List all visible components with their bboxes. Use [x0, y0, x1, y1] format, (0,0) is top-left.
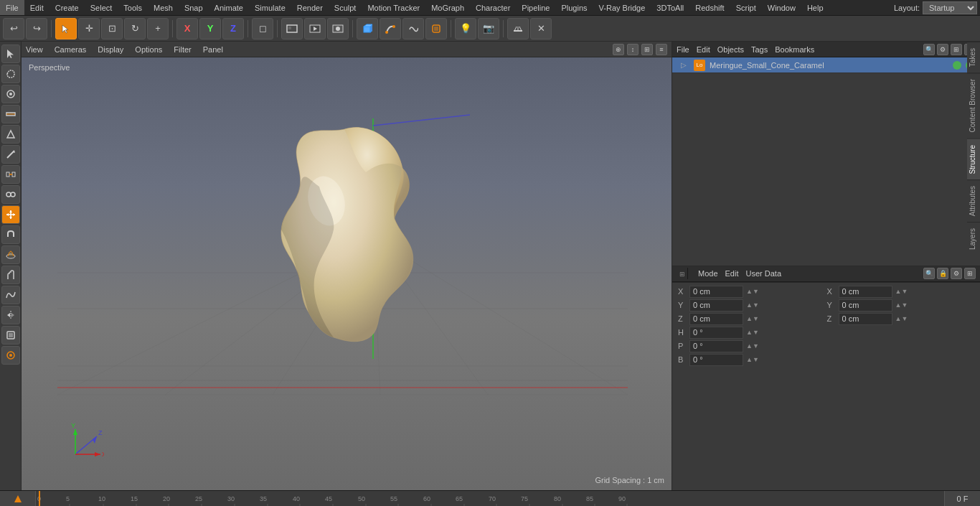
menu-sculpt[interactable]: Sculpt [329, 0, 362, 15]
render-region-button[interactable] [281, 18, 303, 39]
left-tool-8[interactable] [1, 185, 20, 204]
obj-mgr-bookmarks[interactable]: Bookmarks [775, 45, 814, 54]
menu-create[interactable]: Create [50, 0, 85, 15]
object-mode-button[interactable]: ◻ [252, 18, 273, 39]
left-tool-7[interactable] [1, 165, 20, 184]
attr-expand[interactable]: ⊞ [964, 268, 976, 279]
timeline-marks[interactable]: 0 5 10 15 20 25 30 35 40 [36, 491, 944, 506]
rotate-tool-button[interactable]: ↻ [124, 18, 146, 39]
left-tool-10[interactable] [1, 245, 20, 264]
menu-render[interactable]: Render [291, 0, 329, 15]
axis-x-button[interactable]: X [176, 18, 198, 39]
size-y-field[interactable] [839, 299, 892, 311]
left-tool-11[interactable] [1, 266, 20, 284]
spline-button[interactable] [380, 18, 401, 39]
vtab-attributes[interactable]: Attributes [967, 179, 980, 222]
menu-help[interactable]: Help [801, 0, 829, 15]
left-tool-active[interactable] [1, 205, 20, 224]
viewport-ctrl-1[interactable]: ⊕ [613, 44, 624, 55]
menu-animate[interactable]: Animate [209, 0, 249, 15]
obj-mgr-tags[interactable]: Tags [751, 45, 768, 54]
light-button[interactable]: 💡 [455, 18, 476, 39]
pos-y-field[interactable] [689, 299, 743, 311]
attr-search[interactable]: 🔍 [923, 268, 935, 279]
attr-edit[interactable]: Edit [725, 269, 739, 278]
rot-h-field[interactable] [689, 327, 743, 339]
menu-file[interactable]: File [0, 0, 24, 15]
move-tool-button[interactable]: ✛ [78, 18, 100, 39]
menu-redshift[interactable]: Redshift [689, 0, 730, 15]
render-view-button[interactable] [304, 18, 326, 39]
rot-b-field[interactable] [689, 354, 743, 366]
select-tool-button[interactable] [55, 18, 77, 39]
pos-x-field[interactable] [689, 286, 743, 298]
obj-mgr-file[interactable]: File [677, 45, 689, 54]
menu-3dtoall[interactable]: 3DToAll [651, 0, 689, 15]
viewport-3d[interactable]: Perspective [22, 57, 672, 490]
panel-icon-1[interactable]: ⊞ [677, 269, 687, 279]
menu-vray[interactable]: V-Ray Bridge [593, 0, 651, 15]
size-z-field[interactable] [839, 313, 892, 325]
redo-button[interactable]: ↪ [26, 18, 47, 39]
viewport-menu-display[interactable]: Display [98, 45, 123, 54]
menu-mograph[interactable]: MoGraph [425, 0, 470, 15]
menu-window[interactable]: Window [762, 0, 801, 15]
menu-pipeline[interactable]: Pipeline [516, 0, 555, 15]
menu-select[interactable]: Select [85, 0, 118, 15]
camera-button[interactable]: 📷 [478, 18, 499, 39]
obj-mgr-edit[interactable]: Edit [697, 45, 710, 54]
floor-button[interactable] [507, 18, 529, 39]
obj-mgr-objects[interactable]: Objects [717, 45, 744, 54]
left-tool-3[interactable] [1, 85, 20, 103]
layout-select[interactable]: Startup Standard Sculpting [923, 1, 977, 14]
pos-z-field[interactable] [689, 313, 743, 325]
viewport-menu-cameras[interactable]: Cameras [55, 45, 87, 54]
left-tool-12[interactable] [1, 286, 20, 304]
render-button[interactable] [327, 18, 349, 39]
cube-button[interactable] [357, 18, 378, 39]
vtab-structure[interactable]: Structure [967, 139, 980, 180]
obj-mgr-expand[interactable]: ⊞ [951, 44, 962, 55]
menu-tools[interactable]: Tools [118, 0, 148, 15]
left-tool-6[interactable] [1, 145, 20, 164]
left-tool-9[interactable] [1, 225, 20, 244]
menu-edit[interactable]: Edit [24, 0, 50, 15]
menu-simulate[interactable]: Simulate [249, 0, 291, 15]
viewport-ctrl-4[interactable]: ≡ [656, 44, 667, 55]
viewport-ctrl-2[interactable]: ↕ [627, 44, 639, 55]
menu-plugins[interactable]: Plugins [555, 0, 593, 15]
vtab-takes[interactable]: Takes [967, 42, 980, 72]
left-tool-5[interactable] [1, 125, 20, 144]
menu-script[interactable]: Script [730, 0, 762, 15]
object-row-meringue[interactable]: ▷ Lo Meringue_Small_Cone_Caramel [672, 57, 980, 73]
attr-settings[interactable]: ⚙ [951, 268, 962, 279]
vtab-content-browser[interactable]: Content Browser [967, 72, 980, 138]
axis-z-button[interactable]: Z [222, 18, 244, 39]
left-tool-13[interactable] [1, 306, 20, 324]
left-tool-15[interactable] [1, 346, 20, 365]
left-tool-1[interactable] [1, 44, 20, 63]
rot-p-field[interactable] [689, 340, 743, 352]
menu-character[interactable]: Character [470, 0, 516, 15]
object-visibility-dot[interactable] [953, 61, 961, 70]
left-tool-2[interactable] [1, 65, 20, 83]
obj-mgr-settings[interactable]: ⚙ [937, 44, 948, 55]
scale-tool-button[interactable]: ⊡ [101, 18, 123, 39]
viewport-ctrl-3[interactable]: ⊞ [641, 44, 653, 55]
left-tool-14[interactable] [1, 326, 20, 345]
deformer-button[interactable] [425, 18, 447, 39]
transform-button[interactable]: + [147, 18, 169, 39]
null-button[interactable]: ✕ [530, 18, 552, 39]
size-x-field[interactable] [839, 286, 892, 298]
object-manager-content[interactable]: ▷ Lo Meringue_Small_Cone_Caramel [672, 57, 980, 266]
viewport-menu-filter[interactable]: Filter [174, 45, 191, 54]
vtab-layers[interactable]: Layers [967, 222, 980, 256]
left-tool-4[interactable] [1, 105, 20, 123]
viewport-menu-view[interactable]: View [26, 45, 43, 54]
menu-mesh[interactable]: Mesh [148, 0, 179, 15]
axis-y-button[interactable]: Y [199, 18, 221, 39]
menu-snap[interactable]: Snap [179, 0, 209, 15]
undo-button[interactable]: ↩ [3, 18, 24, 39]
attr-userdata[interactable]: User Data [746, 269, 782, 278]
nurbs-button[interactable] [402, 18, 424, 39]
